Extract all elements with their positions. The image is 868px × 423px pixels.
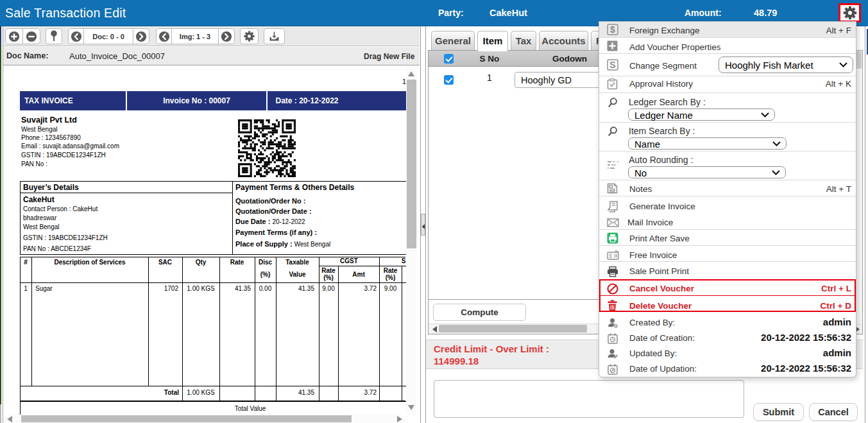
svg-text:S: S <box>609 60 615 70</box>
svg-text:$: $ <box>610 24 615 35</box>
